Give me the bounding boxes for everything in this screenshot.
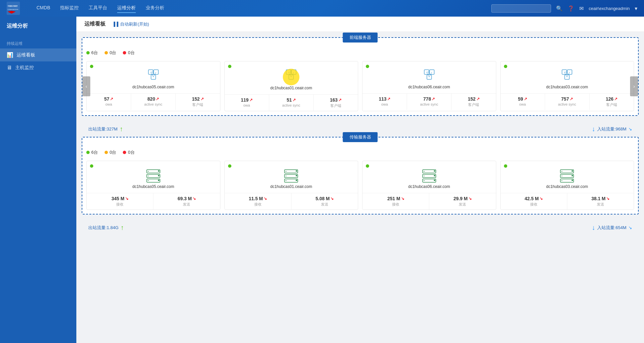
cas-flow-out-icon: ↑: [120, 125, 123, 133]
tx-card-0-stats: 345 M↘ 接收 69.3 M↘ 发送: [87, 193, 220, 210]
tx-card-3: dc1hubcas03.ceair.com 42.5 M↘ 接收 38.1 M↘…: [500, 161, 634, 210]
red-dot: [123, 51, 126, 54]
cas-card-0: dc1hubcas05.ceair.com 57↗ owa 820↗ activ…: [86, 61, 220, 111]
tx-red-status: 0台: [123, 149, 134, 155]
card-2-stat-2: 152↗ 客户端: [451, 94, 496, 110]
card-1-stat-0: 119↗ owa: [225, 95, 269, 111]
tx-red-dot: [123, 151, 126, 154]
tx-flow-out-label: 出站流量:1.84G: [88, 225, 119, 231]
main-content: 运维看板 ▐▐ 自动刷新(开始) 前端服务器 6台 0台: [76, 17, 644, 343]
tx-server-icon-0: [143, 168, 163, 184]
auto-refresh-label: 自动刷新(开始): [120, 21, 149, 27]
chevron-down-icon[interactable]: ▾: [635, 5, 637, 12]
auto-refresh-toggle[interactable]: ▐▐ 自动刷新(开始): [112, 21, 149, 27]
cas-flow-in-icon: ↓: [592, 125, 595, 133]
tx-card-2-indicator: [366, 164, 369, 168]
tx-server-icon-2: [419, 168, 439, 184]
card-3-stat-1: 757↗ active sync: [545, 94, 590, 110]
tx-card-2-stat-0: 251 M↘ 接收: [362, 193, 429, 210]
svg-rect-30: [158, 170, 159, 172]
tx-flow-out: 出站流量:1.84G ↑: [88, 224, 124, 231]
tx-card-3-name: dc1hubcas03.ceair.com: [546, 184, 588, 189]
cas-red-status: 0台: [123, 50, 134, 56]
card-1-stats: 119↗ owa 51↗ active sync 163↗ 客户端: [225, 94, 358, 111]
nav-ops[interactable]: 运维分析: [117, 4, 136, 13]
card-3-stat-2: 126↗ 客户端: [590, 94, 634, 110]
user-info[interactable]: ceair\exchangeadmin: [589, 6, 630, 11]
svg-rect-54: [434, 180, 435, 181]
svg-rect-42: [296, 175, 297, 176]
tx-card-3-stat-1: 38.1 M↘ 发送: [567, 193, 634, 210]
card-2-indicator: [366, 65, 369, 68]
cas-section: 前端服务器 6台 0台 0台: [82, 37, 639, 116]
tx-card-1-stat-1: 5.08 M↘ 发送: [291, 193, 358, 210]
card-0-name: dc1hubcas05.ceair.com: [132, 85, 174, 89]
nav-tools[interactable]: 工具平台: [89, 4, 107, 13]
card-3-stat-0: 59↗ owa: [501, 94, 545, 110]
card-0-stat-2: 152↗ 客户端: [176, 94, 220, 110]
card-1-body: dc1hubcas01.ceair.com: [225, 61, 358, 94]
card-2-stat-1: 778↗ active sync: [407, 94, 451, 110]
nav-cmdb[interactable]: CMDB: [37, 4, 50, 13]
card-0-body: dc1hubcas05.ceair.com: [87, 61, 220, 93]
svg-rect-57: [572, 170, 573, 172]
green-dot: [86, 51, 90, 54]
tx-card-1-body: dc1hubcas01.ceair.com: [225, 161, 358, 193]
cas-card-2: dc1hubcas06.ceair.com 113↗ owa 778↗ acti…: [362, 61, 496, 111]
tx-section: 传输服务器 6台 0台 0台: [82, 137, 639, 214]
sidebar-item-host[interactable]: 🖥 主机监控: [0, 61, 76, 74]
cards-left-arrow[interactable]: ‹: [82, 76, 90, 96]
nav-right: 🔍 ❓ ✉ ceair\exchangeadmin ▾: [491, 4, 637, 13]
cas-status-row: 6台 0台 0台: [86, 48, 634, 57]
tx-card-0-stat-0: 345 M↘ 接收: [87, 193, 153, 210]
dashboard-icon: 📊: [7, 52, 13, 58]
yellow-dot: [105, 51, 108, 54]
card-2-name: dc1hubcas06.ceair.com: [408, 85, 450, 89]
sidebar-title: 运维分析: [0, 17, 76, 36]
cas-flow-out-label: 出站流量:327M: [88, 126, 118, 132]
cas-yellow-status: 0台: [105, 50, 116, 56]
nav-biz[interactable]: 业务分析: [146, 4, 164, 13]
nav-links: CMDB 指标监控 工具平台 运维分析 业务分析: [37, 4, 481, 13]
tx-card-1: dc1hubcas01.ceair.com 11.5 M↘ 接收 5.08 M↘…: [224, 161, 359, 210]
mail-icon[interactable]: ✉: [579, 5, 584, 12]
cas-flow-in-label: 入站流量:968M: [597, 126, 626, 132]
tx-card-2-name: dc1hubcas06.ceair.com: [408, 184, 450, 189]
app-body: 运维分析 持续运维 📊 运维看板 🖥 主机监控 运维看板 ▐▐ 自动刷新(开始): [0, 17, 644, 343]
tx-card-0-indicator: [90, 164, 93, 168]
cas-red-count: 0台: [128, 50, 134, 56]
svg-rect-51: [434, 175, 435, 176]
svg-rect-63: [572, 180, 573, 181]
nav-monitor[interactable]: 指标监控: [60, 4, 79, 13]
tx-status-row: 6台 0台 0台: [86, 148, 634, 157]
card-2-stat-0: 113↗ owa: [362, 94, 407, 110]
tx-cards: dc1hubcas05.ceair.com 345 M↘ 接收 69.3 M↘ …: [86, 161, 634, 210]
tx-flow-in-label: 入站流量:654M: [597, 225, 626, 231]
svg-rect-45: [296, 180, 297, 181]
tx-flow-in: ↓ 入站流量:654M ↘: [592, 224, 632, 231]
tx-card-2-stats: 251 M↘ 接收 29.9 M↘ 发送: [362, 193, 496, 210]
sidebar-item-dashboard[interactable]: 📊 运维看板: [0, 48, 76, 61]
top-nav: 中国东方航空 CHINA EASTERN CMDB 指标监控 工具平台 运维分析…: [0, 0, 644, 17]
tx-card-1-name: dc1hubcas01.ceair.com: [270, 184, 312, 189]
refresh-bars-icon: ▐▐: [112, 22, 118, 27]
cards-right-arrow[interactable]: ›: [630, 76, 638, 96]
cas-green-count: 6台: [91, 50, 98, 56]
tx-card-2-body: dc1hubcas06.ceair.com: [362, 161, 496, 193]
tx-card-3-body: dc1hubcas03.ceair.com: [501, 161, 634, 193]
tx-card-1-stats: 11.5 M↘ 接收 5.08 M↘ 发送: [225, 193, 358, 210]
card-1-stat-1: 51↗ active sync: [269, 95, 314, 111]
tx-server-icon-3: [557, 168, 577, 184]
search-input[interactable]: [491, 4, 551, 13]
card-3-stats: 59↗ owa 757↗ active sync 126↗ 客户端: [501, 93, 634, 110]
tx-green-count: 6台: [91, 149, 98, 155]
card-0-stats: 57↗ owa 820↗ active sync 152↗ 客户端: [87, 93, 220, 110]
help-icon[interactable]: ❓: [568, 5, 574, 12]
tx-card-3-indicator: [504, 164, 507, 168]
search-icon[interactable]: 🔍: [556, 5, 563, 12]
tx-card-0-body: dc1hubcas05.ceair.com: [87, 161, 220, 193]
tx-card-0-name: dc1hubcas05.ceair.com: [132, 184, 174, 189]
tx-card-3-stats: 42.5 M↘ 接收 38.1 M↘ 发送: [501, 193, 634, 210]
tx-card-2-stat-1: 29.9 M↘ 发送: [429, 193, 496, 210]
svg-rect-60: [572, 175, 573, 176]
